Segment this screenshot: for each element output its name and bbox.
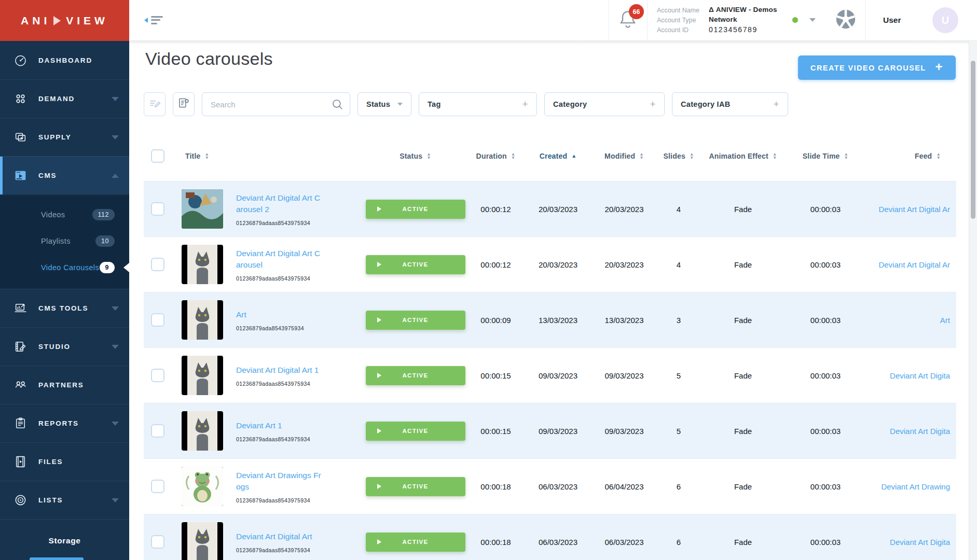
report-settings-button[interactable] bbox=[173, 92, 195, 116]
created-cell: 09/03/2023 bbox=[526, 403, 590, 458]
carousel-title-link[interactable]: Deviant Art Digital Art 1 bbox=[236, 365, 319, 376]
column-header-duration[interactable]: Duration▲▼ bbox=[466, 131, 526, 181]
column-header-modified[interactable]: Modified▲▼ bbox=[590, 131, 658, 181]
status-active-button[interactable]: ACTIVE bbox=[366, 477, 465, 496]
sidebar-item-cms-tools[interactable]: CMS TOOLS bbox=[0, 289, 129, 327]
column-header-slide-time[interactable]: Slide Time▲▼ bbox=[787, 131, 864, 181]
feed-link[interactable]: Deviant Art Digita bbox=[890, 371, 950, 380]
row-checkbox[interactable] bbox=[151, 313, 164, 327]
status-active-button[interactable]: ACTIVE bbox=[366, 422, 465, 441]
carousel-title-link[interactable]: Deviant Art Digital Art Carousel bbox=[236, 248, 322, 271]
vertical-scrollbar-thumb[interactable] bbox=[971, 61, 975, 219]
row-checkbox[interactable] bbox=[151, 480, 164, 493]
feed-link[interactable]: Deviant Art Drawing bbox=[881, 482, 950, 491]
carousel-title-link[interactable]: Art bbox=[236, 309, 246, 320]
feed-cell: Deviant Art Digita bbox=[864, 403, 956, 458]
table-row[interactable]: Deviant Art Digital Art Carousel 2012368… bbox=[144, 181, 956, 237]
feed-link[interactable]: Deviant Art Digital Ar bbox=[878, 260, 950, 269]
table-row[interactable]: Deviant Art Digital Art 101236879adaas85… bbox=[144, 348, 956, 403]
sidebar-item-lists[interactable]: LISTS bbox=[0, 481, 129, 519]
user-avatar[interactable]: U bbox=[932, 7, 958, 33]
feed-link[interactable]: Deviant Art Digita bbox=[890, 538, 950, 547]
status-active-button[interactable]: ACTIVE bbox=[366, 533, 465, 552]
account-switcher[interactable]: Account Name Δ ANIVIEW - Demos Account T… bbox=[648, 0, 827, 40]
create-video-carousel-button[interactable]: CREATE VIDEO CAROUSEL + bbox=[798, 55, 956, 80]
feed-link[interactable]: Art bbox=[940, 316, 950, 325]
account-id-label: Account ID bbox=[657, 25, 709, 34]
feed-link[interactable]: Deviant Art Digita bbox=[890, 427, 950, 436]
column-header-feed[interactable]: Feed▲▼ bbox=[864, 131, 956, 181]
slide-time-cell: 00:00:03 bbox=[787, 348, 864, 403]
row-checkbox[interactable] bbox=[151, 202, 164, 216]
carousel-title-link[interactable]: Deviant Art Drawings Frogs bbox=[236, 470, 322, 493]
video-thumbnail[interactable] bbox=[182, 189, 223, 229]
video-thumbnail[interactable] bbox=[182, 245, 223, 284]
notifications-button[interactable]: 66 bbox=[608, 0, 648, 40]
table-row[interactable]: Art01236879ada8543975934ACTIVE00:00:0913… bbox=[144, 292, 956, 348]
status-active-button[interactable]: ACTIVE bbox=[366, 200, 465, 219]
feed-link[interactable]: Deviant Art Digital Ar bbox=[878, 205, 950, 214]
status-label: ACTIVE bbox=[403, 317, 429, 323]
user-menu[interactable]: User U bbox=[865, 0, 977, 40]
video-thumbnail[interactable] bbox=[182, 300, 223, 340]
sidebar-subitem-playlists[interactable]: Playlists10 bbox=[0, 228, 129, 254]
filter-label: Status bbox=[366, 100, 392, 108]
play-icon bbox=[377, 428, 381, 433]
row-checkbox[interactable] bbox=[151, 258, 164, 271]
filter-category[interactable]: Category+ bbox=[544, 92, 665, 116]
account-caret-down-icon[interactable] bbox=[809, 18, 816, 22]
sidebar-collapse-button[interactable] bbox=[144, 14, 163, 26]
video-thumbnail[interactable] bbox=[182, 411, 223, 451]
sidebar-item-supply[interactable]: SUPPLY bbox=[0, 118, 129, 156]
sidebar-item-partners[interactable]: PARTNERS bbox=[0, 366, 129, 404]
carousel-id: 01236879adaas8543975934 bbox=[236, 220, 325, 226]
video-thumbnail[interactable] bbox=[182, 467, 223, 506]
account-status-dot bbox=[792, 17, 798, 23]
select-all-checkbox[interactable] bbox=[151, 149, 164, 163]
row-checkbox[interactable] bbox=[151, 535, 164, 549]
column-label: Feed bbox=[915, 152, 932, 160]
search-input[interactable] bbox=[202, 93, 350, 116]
carousel-title-link[interactable]: Deviant Art Digital Art bbox=[236, 531, 312, 542]
menu-lines-icon bbox=[151, 14, 163, 26]
apps-wheel-button[interactable] bbox=[827, 0, 865, 40]
carousel-title-link[interactable]: Deviant Art 1 bbox=[236, 420, 282, 431]
column-header-status[interactable]: Status▲▼ bbox=[365, 131, 466, 181]
row-checkbox[interactable] bbox=[151, 369, 164, 382]
column-header-created[interactable]: Created▲ bbox=[526, 131, 590, 181]
count-badge: 10 bbox=[95, 235, 115, 247]
table-row[interactable]: Deviant Art 101236879adaas8543975934ACTI… bbox=[144, 403, 956, 459]
table-row[interactable]: Deviant Art Digital Art Carousel01236879… bbox=[144, 237, 956, 292]
column-header-slides[interactable]: Slides▲▼ bbox=[658, 131, 699, 181]
status-active-button[interactable]: ACTIVE bbox=[366, 366, 465, 385]
filter-category-iab[interactable]: Category IAB+ bbox=[672, 92, 788, 116]
carousel-title-link[interactable]: Deviant Art Digital Art Carousel 2 bbox=[236, 192, 322, 215]
sidebar-item-label: LISTS bbox=[38, 496, 63, 504]
column-header-title[interactable]: Title▲▼ bbox=[173, 131, 365, 181]
plus-icon: + bbox=[935, 60, 943, 74]
sidebar-subitem-videos[interactable]: Videos112 bbox=[0, 201, 129, 228]
aniview-logo[interactable]: ANI VIEW bbox=[0, 0, 129, 41]
sidebar-item-reports[interactable]: REPORTS bbox=[0, 404, 129, 442]
column-header-animation[interactable]: Animation Effect▲▼ bbox=[699, 131, 787, 181]
sidebar-item-demand[interactable]: DEMAND bbox=[0, 79, 129, 118]
sidebar-subitem-video-carousels[interactable]: Video Carousels9 bbox=[0, 254, 129, 281]
storage-section[interactable]: Storage bbox=[0, 519, 129, 545]
video-thumbnail[interactable] bbox=[182, 522, 223, 560]
sidebar-item-files[interactable]: FILES bbox=[0, 442, 129, 481]
bulk-edit-button[interactable] bbox=[144, 92, 166, 116]
title-cell: Deviant Art Digital Art Carousel 2012368… bbox=[173, 181, 365, 236]
row-checkbox[interactable] bbox=[151, 424, 164, 438]
filter-tag[interactable]: Tag+ bbox=[419, 92, 537, 116]
carousel-id: 01236879adaas8543975934 bbox=[236, 497, 325, 503]
video-thumbnail[interactable] bbox=[182, 356, 223, 395]
sidebar-item-cms[interactable]: CMS bbox=[0, 156, 129, 194]
notification-count-badge: 66 bbox=[629, 4, 644, 19]
status-active-button[interactable]: ACTIVE bbox=[366, 255, 465, 274]
sidebar-item-dashboard[interactable]: DASHBOARD bbox=[0, 41, 129, 79]
sidebar-item-studio[interactable]: STUDIO bbox=[0, 327, 129, 366]
status-active-button[interactable]: ACTIVE bbox=[366, 311, 465, 330]
table-row[interactable]: Deviant Art Digital Art01236879adaas8543… bbox=[144, 514, 956, 560]
filter-status[interactable]: Status bbox=[357, 92, 411, 116]
table-row[interactable]: Deviant Art Drawings Frogs01236879adaas8… bbox=[144, 459, 956, 514]
